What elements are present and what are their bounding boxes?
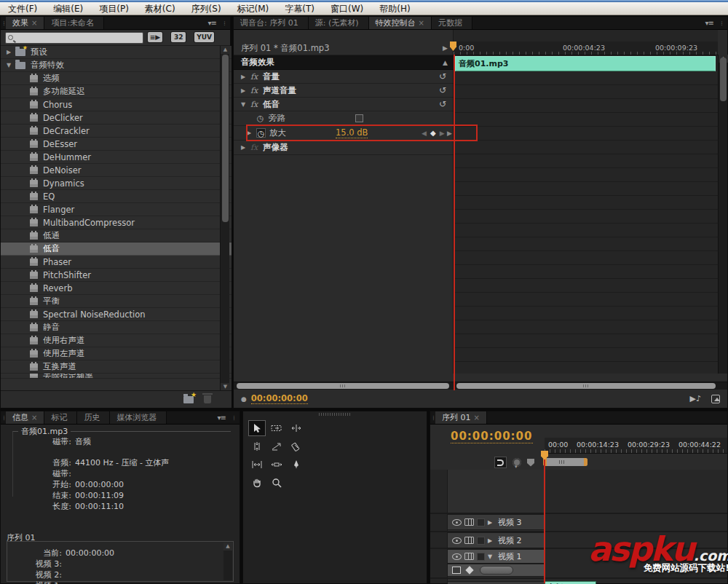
menu-item[interactable]: 标记(M): [229, 2, 277, 15]
panel-grip-icon[interactable]: ⁞: [1, 411, 6, 424]
effect-tree-item[interactable]: 静音: [1, 321, 232, 334]
effect-tree-item[interactable]: 使用左声道: [1, 347, 232, 360]
timeline-tab[interactable]: 序列 01 ×: [435, 411, 487, 424]
fx-badge-icon[interactable]: fx: [250, 100, 263, 109]
sequence-timecode[interactable]: 00:00:00:00: [451, 430, 533, 443]
slide-tool-icon[interactable]: [268, 457, 285, 473]
set-unnumbered-marker-icon[interactable]: [527, 459, 534, 467]
hscroll-thumb-left[interactable]: [237, 383, 449, 389]
reset-effect-icon[interactable]: ↺: [439, 99, 446, 109]
effect-tree-item[interactable]: Flanger: [1, 203, 232, 216]
export-icon[interactable]: [711, 395, 720, 403]
razor-tool-icon[interactable]: [288, 438, 305, 454]
effect-tree-item[interactable]: Chorus: [1, 98, 232, 111]
track-header-video2[interactable]: ▶ 视频 2: [448, 532, 545, 548]
effect-controls-ruler[interactable]: 0:00 00:00:04:23 00:00:09:23: [454, 42, 718, 55]
panel-grip-icon[interactable]: ⁞: [1, 17, 6, 29]
effect-tree-item[interactable]: DeCrackler: [1, 125, 232, 138]
effect-tree-item[interactable]: 低音: [1, 242, 232, 256]
tab-close-icon[interactable]: ×: [31, 20, 37, 27]
panel-resize-grip-icon[interactable]: ⁞: [221, 17, 226, 30]
effect-controls-hscrollbars[interactable]: [234, 382, 727, 390]
effect-tree-item[interactable]: EQ: [1, 190, 232, 203]
panel-grip-icon[interactable]: ⁞: [430, 411, 435, 424]
menu-item[interactable]: 项目(P): [91, 2, 137, 15]
set-display-style-icon[interactable]: [464, 537, 474, 544]
panel-menu-icon[interactable]: ▾≡: [208, 19, 216, 27]
track-header-audio1[interactable]: ▶ 音频 1: [448, 581, 545, 584]
accelerated-effects-badge-icon[interactable]: ≡▶: [148, 32, 162, 42]
effect-row-bass[interactable]: ▼ fx 低音 ↺: [234, 98, 454, 111]
scroll-up-icon[interactable]: ▲: [221, 46, 230, 54]
twirl-icon[interactable]: ▶: [488, 519, 495, 526]
effect-tree-item[interactable]: DeHummer: [1, 151, 232, 164]
panel-tab[interactable]: 效果 ×: [6, 17, 44, 29]
effect-tree-item[interactable]: 去除指定频率: [1, 374, 232, 379]
panel-tab[interactable]: 源: (无素材): [309, 17, 369, 29]
effect-tree-item[interactable]: 平衡: [1, 295, 232, 308]
toggle-track-output-eye-icon[interactable]: [452, 537, 462, 544]
menu-item[interactable]: 窗口(W): [323, 2, 371, 15]
effect-tree-item[interactable]: DeEsser: [1, 138, 232, 151]
effect-tree-item[interactable]: PitchShifter: [1, 269, 232, 282]
effect-row-panner[interactable]: ▶ fx 声像器: [234, 141, 454, 155]
current-time-indicator-line[interactable]: [544, 459, 545, 583]
twirl-icon[interactable]: ▶: [241, 144, 250, 151]
menu-item[interactable]: 帮助(H): [371, 2, 418, 15]
effect-tree-item[interactable]: 使用右声道: [1, 334, 232, 347]
track-lock-toggle[interactable]: [477, 537, 485, 545]
scrollbar-thumb[interactable]: [720, 58, 727, 101]
effect-tree-item[interactable]: Reverb: [1, 282, 232, 295]
audio-clip[interactable]: 音频01.m: [545, 581, 596, 584]
effect-tree-item[interactable]: 多功能延迟: [1, 85, 232, 98]
tab-close-icon[interactable]: ×: [419, 20, 424, 27]
tab-close-icon[interactable]: ×: [474, 414, 480, 422]
effect-tree-item[interactable]: 选频: [1, 72, 232, 85]
timeline-ruler[interactable]: 00:00 00:00:14:23 00:00:29:23 00:00:44:2…: [545, 438, 727, 454]
snap-toggle[interactable]: [494, 457, 507, 468]
set-display-style-icon[interactable]: [464, 518, 474, 526]
effect-row-volume[interactable]: ▶ fx 音量 ↺: [234, 70, 454, 84]
track-lock-toggle[interactable]: [477, 553, 485, 561]
hand-tool-icon[interactable]: [248, 475, 266, 491]
menu-item[interactable]: 编辑(E): [45, 2, 91, 15]
panel-tab[interactable]: 媒体浏览器: [110, 411, 167, 424]
audio-effects-section-header[interactable]: 音频效果 ▲: [234, 55, 454, 70]
effect-tree-item[interactable]: MultibandCompressor: [1, 216, 232, 229]
audio-clip-bar[interactable]: 音频01.mp3: [455, 56, 716, 71]
param-row-bypass[interactable]: ◷ 旁路: [234, 111, 454, 126]
pen-tool-icon[interactable]: [288, 457, 305, 473]
panel-tab[interactable]: 元数据: [432, 17, 472, 29]
current-time-indicator-line[interactable]: [454, 55, 455, 390]
effect-tree-item[interactable]: Dynamics: [1, 177, 232, 190]
stopwatch-icon[interactable]: ◷: [256, 114, 265, 123]
twirl-icon[interactable]: ▶: [241, 74, 250, 80]
twirl-icon[interactable]: ▼: [241, 101, 250, 108]
effect-tree-item[interactable]: Spectral NoiseReduction: [1, 308, 232, 321]
zoom-tool-icon[interactable]: [268, 475, 285, 491]
scroll-up-icon[interactable]: ▲: [223, 542, 232, 551]
delete-icon[interactable]: [204, 395, 211, 403]
rate-stretch-tool-icon[interactable]: [268, 438, 285, 454]
track-header-video1[interactable]: ▼ 视频 1: [448, 549, 545, 564]
set-encore-chapter-marker-icon[interactable]: [513, 458, 521, 467]
panel-menu-icon[interactable]: ▾≡: [705, 19, 713, 27]
effect-controls-vscrollbar[interactable]: ▲: [718, 55, 727, 374]
panel-tab[interactable]: 历史: [77, 411, 110, 424]
current-timecode[interactable]: 00:00:00:00: [251, 393, 308, 404]
effects-scrollbar[interactable]: ▲ ▼: [220, 46, 229, 391]
bypass-checkbox[interactable]: [355, 114, 363, 122]
panel-tab[interactable]: 标记: [44, 411, 77, 424]
effect-tree-item[interactable]: 音频特效: [1, 59, 232, 72]
twirl-icon[interactable]: [7, 49, 15, 55]
track-header-video3[interactable]: ▶ 视频 3: [448, 514, 545, 530]
menu-item[interactable]: 字幕(T): [277, 2, 323, 15]
slip-tool-icon[interactable]: [248, 457, 266, 473]
yuv-effects-badge-icon[interactable]: YUV: [194, 32, 214, 42]
effect-tree-item[interactable]: DeNoiser: [1, 164, 232, 177]
effect-tree-item[interactable]: DeClicker: [1, 111, 232, 125]
panel-tab[interactable]: 项目:未命名: [44, 17, 104, 29]
menu-item[interactable]: 素材(C): [137, 2, 183, 15]
menu-item[interactable]: 文件(F): [0, 2, 45, 15]
twirl-icon[interactable]: [7, 62, 15, 68]
